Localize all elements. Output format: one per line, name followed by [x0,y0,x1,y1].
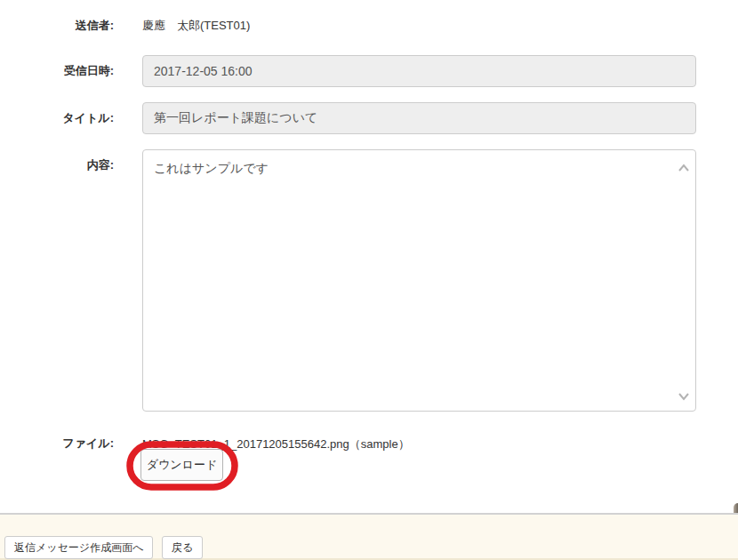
received-label: 受信日時: [0,64,114,78]
sender-label: 送信者: [0,19,114,33]
reply-message-button[interactable]: 返信メッセージ作成画面へ [4,536,153,559]
body-textarea[interactable]: これはサンプルです [142,149,696,412]
back-button[interactable]: 戻る [162,536,203,559]
footer-action-bar: 返信メッセージ作成画面へ 戻る [0,513,738,560]
title-label: タイトル: [0,111,114,125]
message-detail-page: 送信者: 慶應 太郎(TEST01) 受信日時: タイトル: 内容: これはサン… [0,0,738,560]
file-label: ファイル: [0,436,114,451]
received-input [142,55,696,87]
chevron-down-icon[interactable] [677,389,691,400]
chevron-up-icon[interactable] [677,161,691,172]
title-input [142,102,696,134]
body-text: これはサンプルです [154,159,674,177]
download-button[interactable]: ダウンロード [140,449,223,481]
body-label: 内容: [0,158,114,172]
sender-value: 慶應 太郎(TEST01) [142,19,250,33]
